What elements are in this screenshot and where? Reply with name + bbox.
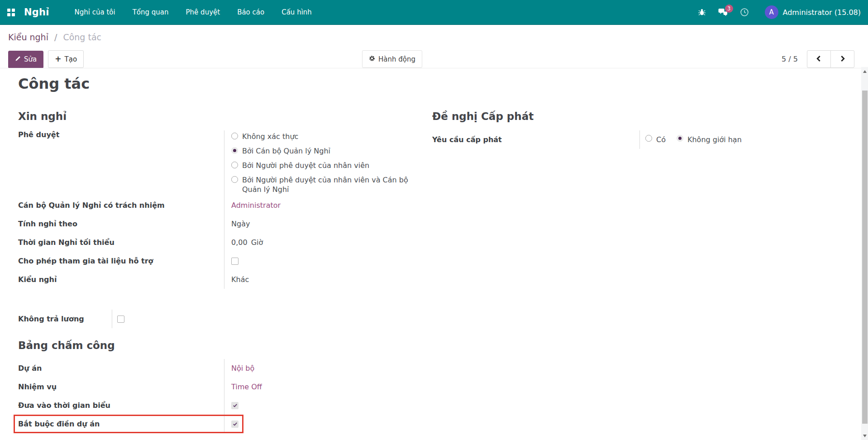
create-button[interactable]: + Tạo <box>48 50 84 68</box>
control-panel-divider <box>0 68 868 68</box>
radio-icon <box>645 135 652 142</box>
unpaid-checkbox <box>117 316 124 323</box>
radio-option-by-time-off-officer: Bởi Cán bộ Quản lý Nghỉ <box>231 146 416 156</box>
action-menu-button[interactable]: Hành động <box>362 50 422 68</box>
field-label-include-in-timesheet: Đưa vào thời gian biểu <box>18 401 224 410</box>
scrollbar-up-arrow[interactable] <box>861 68 868 75</box>
radio-option-no-limit: Không giới hạn <box>677 135 742 144</box>
field-label-unpaid: Không trả lương <box>18 315 112 323</box>
radio-option-by-both: Bởi Người phê duyệt của nhân viên và Cán… <box>231 175 416 194</box>
check-icon <box>233 421 238 426</box>
task-link[interactable]: Time Off <box>231 383 262 391</box>
timesheet-field-group: Dự án Nội bộ Nhiệm vụ Time Off Đưa vào t… <box>18 359 425 433</box>
top-navbar: Nghỉ Nghỉ của tôi Tổng quan Phê duyệt Bá… <box>0 0 868 25</box>
project-link[interactable]: Nội bộ <box>231 364 254 373</box>
radio-icon <box>231 133 238 139</box>
field-label-project: Dự án <box>18 364 224 373</box>
gear-icon <box>369 55 375 63</box>
plus-icon: + <box>55 55 61 63</box>
kind-of-leave-value: Khác <box>231 275 249 284</box>
field-label-requires-allocation: Yêu cầu cấp phát <box>432 135 639 144</box>
section-heading-leave-request: Xin nghỉ <box>18 110 67 122</box>
chevron-left-icon <box>816 55 822 63</box>
take-time-off-in-value: Ngày <box>231 220 250 228</box>
navbar-right: 3 A Administrator (15.08) <box>698 5 861 19</box>
radio-selected-icon <box>231 147 238 154</box>
vertical-scrollbar[interactable] <box>861 67 868 440</box>
radio-icon <box>231 162 238 168</box>
force-project-fill-checkbox <box>231 421 238 428</box>
section-heading-timesheet: Bảng chấm công <box>18 340 115 351</box>
user-menu[interactable]: A Administrator (15.08) <box>765 5 861 19</box>
pager-count: 5 / 5 <box>782 55 798 63</box>
approval-radio-group: Không xác thực Bởi Cán bộ Quản lý Nghỉ B… <box>231 132 416 194</box>
radio-option-by-employee-approver: Bởi Người phê duyệt của nhân viên <box>231 161 416 170</box>
field-label-approval: Phê duyệt <box>18 130 224 139</box>
responsible-officer-link[interactable]: Administrator <box>231 201 281 210</box>
user-name: Administrator (15.08) <box>783 8 861 17</box>
check-icon <box>233 403 238 408</box>
pager-next-button[interactable] <box>830 50 854 68</box>
menu-item-configuration[interactable]: Cấu hình <box>281 0 312 24</box>
requires-allocation-radio-group: Có Không giới hạn <box>645 135 742 144</box>
field-label-minimum-duration: Thời gian Nghỉ tối thiểu <box>18 238 224 247</box>
user-avatar: A <box>765 5 778 19</box>
menu-item-overview[interactable]: Tổng quan <box>133 0 169 24</box>
radio-selected-icon <box>677 135 683 142</box>
edit-button[interactable]: Sửa <box>8 51 43 68</box>
chat-unread-badge: 3 <box>725 5 733 13</box>
field-label-task: Nhiệm vụ <box>18 383 224 391</box>
section-heading-allocation: Đề nghị Cấp phát <box>432 110 534 122</box>
breadcrumb-separator: / <box>54 32 57 42</box>
field-label-take-time-off-in: Tính nghỉ theo <box>18 220 224 228</box>
allocation-field-group: Yêu cầu cấp phát Có Không giới hạn <box>432 130 855 149</box>
minimum-duration-unit: Giờ <box>251 238 263 247</box>
breadcrumb-current: Công tác <box>63 32 101 42</box>
chevron-right-icon <box>839 55 845 63</box>
allow-attach-document-checkbox <box>231 258 238 265</box>
pencil-icon <box>15 55 21 63</box>
breadcrumb: Kiểu nghỉ / Công tác <box>8 32 101 42</box>
scrollbar-down-arrow[interactable] <box>861 432 868 439</box>
minimum-duration-value: 0,00 <box>231 238 248 247</box>
pager-previous-button[interactable] <box>807 50 831 68</box>
field-label-allow-attach-document: Cho phép tham gia tài liệu hỗ trợ <box>18 257 224 265</box>
leave-request-field-group: Phê duyệt Không xác thực Bởi Cán bộ Quản… <box>18 130 425 289</box>
menu-item-reporting[interactable]: Báo cáo <box>237 0 264 24</box>
record-title: Công tác <box>18 75 90 92</box>
radio-option-yes: Có <box>645 135 666 144</box>
field-label-responsible-officer: Cán bộ Quản lý Nghỉ có trách nhiệm <box>18 201 224 210</box>
apps-menu-icon[interactable] <box>7 9 15 16</box>
include-in-timesheet-checkbox <box>231 402 238 409</box>
app-brand[interactable]: Nghỉ <box>24 7 49 18</box>
control-panel-buttons: Sửa + Tạo Hành động 5 / 5 <box>8 50 854 68</box>
debug-bug-icon[interactable] <box>698 8 706 16</box>
field-label-kind-of-leave: Kiểu nghỉ <box>18 275 224 284</box>
activities-clock-icon[interactable] <box>740 8 749 17</box>
radio-option-no-validation: Không xác thực <box>231 132 416 141</box>
field-label-force-project-fill: Bắt buộc điền dự án <box>18 420 224 428</box>
messages-chat-icon[interactable]: 3 <box>718 8 728 16</box>
pager: 5 / 5 <box>782 50 854 68</box>
scrollbar-thumb[interactable] <box>862 91 868 424</box>
breadcrumb-parent-link[interactable]: Kiểu nghỉ <box>8 32 48 42</box>
main-menu: Nghỉ của tôi Tổng quan Phê duyệt Báo cáo… <box>75 0 312 24</box>
menu-item-approvals[interactable]: Phê duyệt <box>186 0 220 24</box>
unpaid-field-group: Không trả lương <box>18 310 199 328</box>
radio-icon <box>231 176 238 183</box>
menu-item-my-time-off[interactable]: Nghỉ của tôi <box>75 0 115 24</box>
